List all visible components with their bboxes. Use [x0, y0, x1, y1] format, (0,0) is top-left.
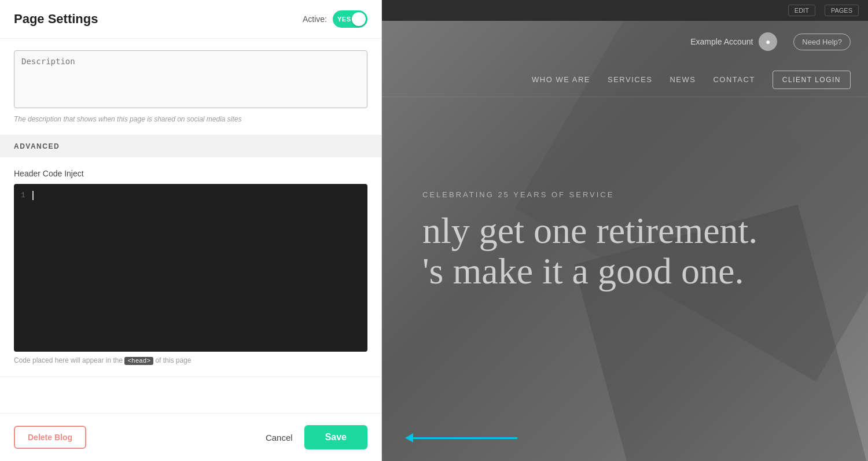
active-toggle-row: Active: YES	[303, 10, 367, 28]
code-inject-hint: Code placed here will appear in the <hea…	[14, 356, 367, 365]
nav-news[interactable]: NEWS	[670, 75, 696, 84]
nav-services[interactable]: SERVICES	[608, 75, 653, 84]
save-button[interactable]: Save	[304, 425, 367, 449]
hero-line-1: nly get one retirement.	[422, 210, 827, 250]
hint-suffix: of this page	[155, 356, 191, 364]
account-info: Example Account ●	[690, 32, 777, 51]
code-inject-label: Header Code Inject	[14, 169, 367, 178]
line-number: 1	[21, 191, 25, 200]
panel-header: Page Settings Active: YES	[0, 0, 381, 39]
account-name: Example Account	[690, 37, 753, 46]
site-menu: WHO WE ARE SERVICES NEWS CONTACT CLIENT …	[382, 62, 868, 97]
panel-footer: Delete Blog Cancel Save	[0, 413, 381, 461]
need-help-button[interactable]: Need Help?	[793, 34, 851, 50]
description-section: The description that shows when this pag…	[0, 39, 381, 135]
nav-contact[interactable]: CONTACT	[713, 75, 755, 84]
footer-right: Cancel Save	[266, 425, 367, 449]
code-editor-wrap[interactable]: 1	[14, 184, 367, 352]
panel-title: Page Settings	[14, 12, 98, 27]
delete-blog-button[interactable]: Delete Blog	[14, 426, 86, 449]
page-settings-panel: Page Settings Active: YES The descriptio…	[0, 0, 382, 461]
cms-top-bar: EDIT PAGES	[382, 0, 868, 21]
active-toggle[interactable]: YES	[333, 10, 367, 28]
code-inject-section: Header Code Inject 1 Code placed here wi…	[0, 157, 381, 377]
code-cursor	[32, 191, 34, 200]
nav-who-we-are[interactable]: WHO WE ARE	[532, 75, 590, 84]
head-tag: <head>	[124, 357, 153, 365]
cms-toolbar-btn-1[interactable]: EDIT	[788, 5, 815, 16]
site-nav-right: Example Account ● Need Help?	[690, 32, 851, 51]
hero-title: nly get one retirement. 's make it a goo…	[422, 210, 827, 292]
advanced-section-header: ADVANCED	[0, 135, 381, 157]
hero-subtitle: CELEBRATING 25 YEARS OF SERVICE	[422, 190, 827, 198]
cancel-button[interactable]: Cancel	[266, 433, 293, 442]
hero-line-2: 's make it a good one.	[422, 251, 827, 292]
hint-prefix: Code placed here will appear in the	[14, 356, 123, 364]
description-hint: The description that shows when this pag…	[14, 115, 367, 123]
avatar: ●	[759, 32, 777, 51]
description-textarea[interactable]	[14, 50, 367, 108]
website-preview: EDIT PAGES Example Account ● Need Help? …	[382, 0, 868, 461]
site-top-nav: Example Account ● Need Help?	[382, 21, 868, 62]
hero-content: CELEBRATING 25 YEARS OF SERVICE nly get …	[422, 190, 827, 292]
active-label: Active:	[303, 14, 327, 24]
client-login-button[interactable]: CLIENT LOGIN	[773, 71, 851, 89]
toggle-yes-label: YES	[337, 16, 351, 23]
cms-toolbar-btn-2[interactable]: PAGES	[825, 5, 859, 16]
toggle-knob	[352, 12, 366, 26]
